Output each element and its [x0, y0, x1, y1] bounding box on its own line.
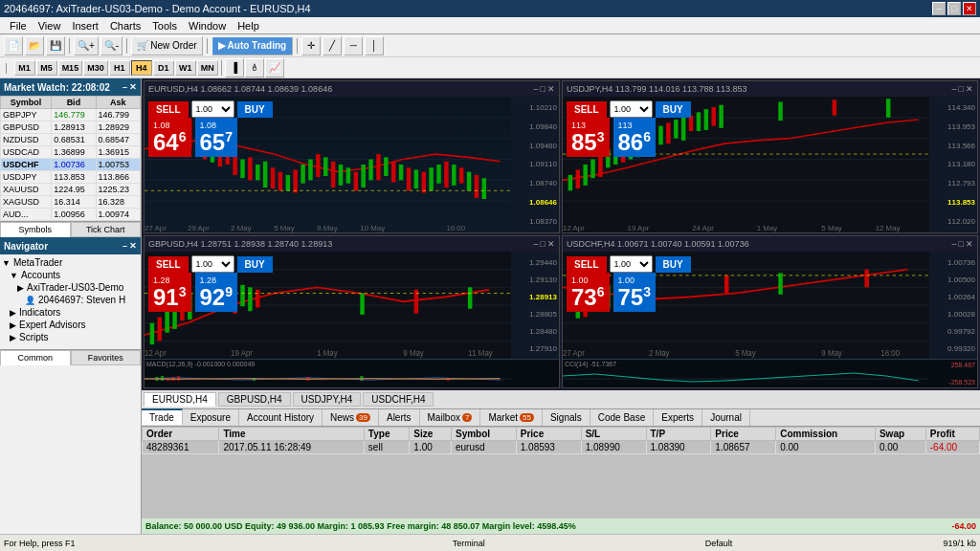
nav-metatrader[interactable]: ▼ MetaTrader [2, 256, 139, 269]
chart-usdjpy-body[interactable]: SELL 1.00 BUY 113 853 113 866 [563, 97, 977, 232]
tab-signals[interactable]: Signals [543, 409, 590, 426]
line-btn[interactable]: ╱ [323, 36, 342, 55]
tf-m5[interactable]: M5 [36, 60, 57, 76]
chart-line-btn[interactable]: 📈 [265, 58, 284, 77]
menu-charts[interactable]: Charts [104, 17, 146, 33]
mw-row-xauusd[interactable]: XAUUSD 1224.95 1225.23 [1, 184, 141, 196]
chart-usdjpy-max[interactable]: □ [959, 84, 964, 94]
usdchf-buy-button[interactable]: BUY [656, 256, 691, 273]
close-button[interactable]: ✕ [963, 2, 976, 15]
menu-insert[interactable]: Insert [66, 17, 104, 33]
menu-view[interactable]: View [33, 17, 67, 33]
mw-row-gbpusd[interactable]: GBPUSD 1.28913 1.28929 [1, 121, 141, 134]
save-btn[interactable]: 💾 [46, 36, 65, 55]
auto-trading-button[interactable]: ▶ Auto Trading [212, 36, 294, 55]
minimize-button[interactable]: – [932, 2, 946, 15]
tab-trade[interactable]: Trade [142, 408, 183, 425]
chart-eurusd-body[interactable]: SELL 1.00 BUY 1.08 646 1.08 [145, 97, 559, 232]
tf-m15[interactable]: M15 [58, 60, 83, 76]
nav-close[interactable]: ✕ [129, 241, 137, 251]
mw-row-xagusd[interactable]: XAGUSD 16.314 16.328 [1, 196, 141, 209]
chart-usdchf-body[interactable]: SELL 1.00 BUY 1.00 736 1.00 [563, 252, 977, 387]
hline-btn[interactable]: ─ [344, 36, 363, 55]
nav-indicators[interactable]: ▶ Indicators [2, 306, 139, 319]
mw-row-gbpjpy[interactable]: GBPJPY 146.779 146.799 [1, 109, 141, 121]
tf-m1[interactable]: M1 [14, 60, 35, 76]
tf-m30[interactable]: M30 [83, 60, 108, 76]
tf-d1[interactable]: D1 [153, 60, 174, 76]
chart-candle-btn[interactable]: 🕯 [245, 58, 264, 77]
chart-usdchf-min[interactable]: – [952, 239, 957, 249]
tab-journal[interactable]: Journal [702, 409, 750, 426]
usdjpy-lot-select[interactable]: 1.00 [610, 100, 653, 118]
chart-eurusd-max[interactable]: □ [541, 84, 546, 94]
mw-close[interactable]: ✕ [129, 82, 137, 92]
chart-tab-usdchf[interactable]: USDCHF,H4 [363, 392, 434, 407]
menu-help[interactable]: Help [232, 17, 265, 33]
new-order-btn[interactable]: 🛒 New Order [131, 36, 202, 55]
chart-gbpusd-max[interactable]: □ [541, 239, 546, 249]
tab-market[interactable]: Market55 [480, 409, 542, 426]
mw-row-nzdusd[interactable]: NZDUSD 0.68531 0.68547 [1, 134, 141, 146]
nav-tab-favorites[interactable]: Favorites [71, 350, 142, 365]
chart-gbpusd-body[interactable]: SELL 1.00 BUY 1.28 913 1.28 [145, 252, 559, 387]
chart-gbpusd-close[interactable]: ✕ [547, 239, 555, 249]
nav-account-user[interactable]: 👤 20464697: Steven H [2, 294, 139, 306]
gbpusd-sell-button[interactable]: SELL [148, 256, 189, 273]
tf-w1[interactable]: W1 [175, 60, 196, 76]
mw-tab-tick[interactable]: Tick Chart [71, 222, 142, 237]
chart-usdjpy-close[interactable]: ✕ [966, 84, 973, 94]
zoom-out-btn[interactable]: 🔍- [100, 36, 122, 55]
tf-h4[interactable]: H4 [131, 60, 152, 76]
tab-mailbox[interactable]: Mailbox7 [420, 409, 481, 426]
crosshair-btn[interactable]: ✛ [301, 36, 321, 55]
usdjpy-buy-button[interactable]: BUY [656, 101, 691, 118]
menu-tools[interactable]: Tools [146, 17, 183, 33]
zoom-in-btn[interactable]: 🔍+ [74, 36, 99, 55]
tab-account-history[interactable]: Account History [239, 409, 323, 426]
mw-tab-symbols[interactable]: Symbols [0, 222, 71, 237]
nav-accounts[interactable]: ▼ Accounts [2, 269, 139, 281]
nav-scripts[interactable]: ▶ Scripts [2, 331, 139, 343]
chart-tab-usdjpy[interactable]: USDJPY,H4 [293, 392, 362, 407]
open-btn[interactable]: 📂 [25, 36, 44, 55]
mw-row-aud[interactable]: AUD... 1.00956 1.00974 [1, 209, 141, 221]
eurusd-lot-select[interactable]: 1.00 [191, 100, 234, 118]
chart-eurusd-close[interactable]: ✕ [547, 84, 555, 94]
chart-tab-gbpusd[interactable]: GBPUSD,H4 [218, 392, 291, 407]
usdjpy-sell-button[interactable]: SELL [567, 101, 607, 118]
chart-usdchf-close[interactable]: ✕ [966, 239, 973, 249]
tab-experts[interactable]: Experts [654, 409, 702, 426]
tab-news[interactable]: News39 [323, 409, 379, 426]
maximize-button[interactable]: □ [947, 2, 961, 15]
mw-row-usdchf[interactable]: USDCHF 1.00736 1.00753 [1, 159, 141, 171]
nav-minimize[interactable]: – [122, 241, 127, 251]
new-chart-btn[interactable]: 📄 [4, 36, 23, 55]
nav-axitrader[interactable]: ▶ AxiTrader-US03-Demo [2, 281, 139, 294]
usdchf-lot-select[interactable]: 1.00 [610, 255, 653, 273]
chart-gbpusd-min[interactable]: – [534, 239, 539, 249]
tf-h1[interactable]: H1 [109, 60, 130, 76]
eurusd-buy-button[interactable]: BUY [237, 101, 273, 118]
order-row-48289361[interactable]: 48289361 2017.05.11 16:28:49 sell 1.00 e… [143, 441, 980, 454]
menu-window[interactable]: Window [183, 17, 232, 33]
vline-btn[interactable]: │ [365, 36, 384, 55]
chart-eurusd-min[interactable]: – [534, 84, 539, 94]
tab-alerts[interactable]: Alerts [379, 409, 420, 426]
chart-bar-btn[interactable]: ▐ [225, 58, 244, 77]
nav-expert-advisors[interactable]: ▶ Expert Advisors [2, 319, 139, 331]
chart-tab-eurusd[interactable]: EURUSD,H4 [144, 392, 216, 407]
tf-mn[interactable]: MN [197, 60, 218, 76]
mw-minimize[interactable]: – [122, 82, 127, 92]
usdchf-sell-button[interactable]: SELL [567, 256, 607, 273]
eurusd-sell-button[interactable]: SELL [148, 101, 189, 118]
tab-codebase[interactable]: Code Base [590, 409, 654, 426]
mw-row-usdjpy[interactable]: USDJPY 113.853 113.866 [1, 171, 141, 184]
gbpusd-lot-select[interactable]: 1.00 [191, 255, 234, 273]
nav-tab-common[interactable]: Common [0, 350, 71, 365]
chart-usdjpy-min[interactable]: – [952, 84, 957, 94]
tab-exposure[interactable]: Exposure [183, 409, 239, 426]
menu-file[interactable]: File [4, 17, 33, 33]
gbpusd-buy-button[interactable]: BUY [237, 256, 273, 273]
mw-row-usdcad[interactable]: USDCAD 1.36899 1.36915 [1, 146, 141, 159]
